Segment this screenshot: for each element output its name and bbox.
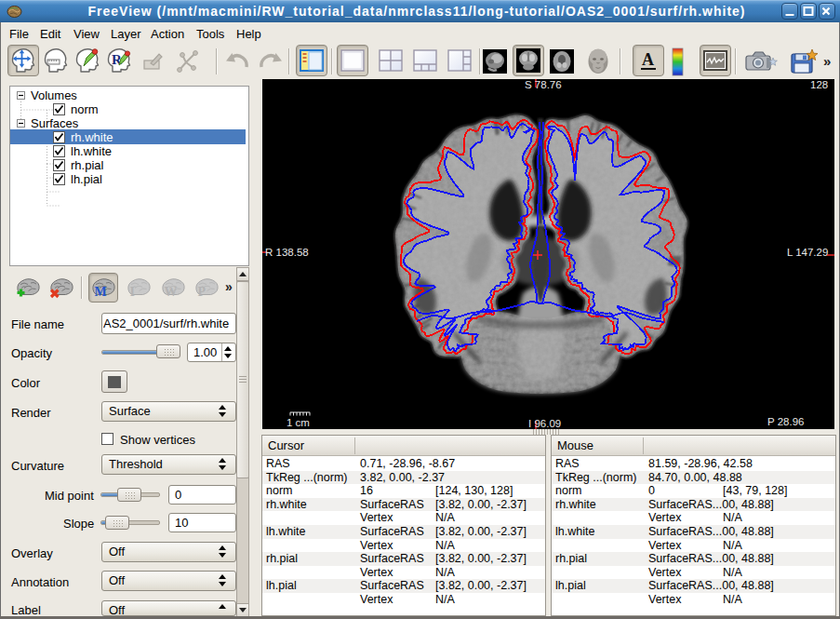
svg-text:P: P <box>198 285 207 299</box>
svg-text:M: M <box>95 285 107 299</box>
svg-text:W: W <box>165 285 178 299</box>
svg-text:A: A <box>642 50 654 69</box>
svg-text:I: I <box>130 285 135 299</box>
